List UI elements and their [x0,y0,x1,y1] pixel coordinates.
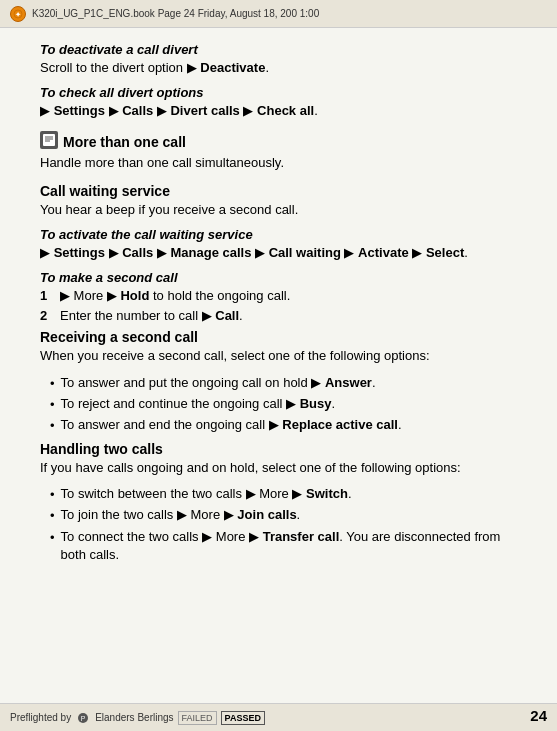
bottom-left: Preflighted by P Elanders Berlings FAILE… [10,711,265,725]
main-content: To deactivate a call divert Scroll to th… [0,28,557,703]
top-bar: ✦ K320i_UG_P1C_ENG.book Page 24 Friday, … [0,0,557,28]
handling-bullets: • To switch between the two calls ▶ More… [50,485,517,564]
circle-icon: ✦ [10,6,26,22]
hbullet-1-text: To switch between the two calls ▶ More ▶… [61,485,352,504]
svg-text:✦: ✦ [15,11,21,18]
activate-path-text: ▶ Settings ▶ Calls ▶ Manage calls ▶ Call… [40,245,468,260]
activate-heading: To activate the call waiting service [40,227,517,242]
activate-path: ▶ Settings ▶ Calls ▶ Manage calls ▶ Call… [40,244,517,262]
step-2: 2 Enter the number to call ▶ Call. [40,307,517,325]
preflighted-label: Preflighted by [10,712,71,723]
handling-heading: Handling two calls [40,441,517,457]
deactivate-arrow: ▶ [187,60,201,75]
company-text: Elanders Berlings [95,712,173,723]
company-name: P [75,711,91,723]
hbullet-3-text: To connect the two calls ▶ More ▶ Transf… [61,528,517,564]
receiving-bullets: • To answer and put the ongoing call on … [50,374,517,436]
bullet-1: • To answer and put the ongoing call on … [50,374,517,393]
call-waiting-body: You hear a beep if you receive a second … [40,201,517,219]
deactivate-action: Deactivate [200,60,265,75]
passed-badge: PASSED [221,711,265,725]
more-body: Handle more than one call simultaneously… [40,154,517,172]
bottom-bar: Preflighted by P Elanders Berlings FAILE… [0,703,557,731]
handling-body: If you have calls ongoing and on hold, s… [40,459,517,477]
hbullet-dot-3: • [50,529,55,564]
check-heading: To check all divert options [40,85,517,100]
receiving-body: When you receive a second call, select o… [40,347,517,365]
bullet-2: • To reject and continue the ongoing cal… [50,395,517,414]
bullet-1-text: To answer and put the ongoing call on ho… [61,374,376,393]
top-bar-filename: K320i_UG_P1C_ENG.book Page 24 Friday, Au… [32,8,319,19]
step-1-num: 1 [40,287,54,305]
step-1: 1 ▶ More ▶ Hold to hold the ongoing call… [40,287,517,305]
check-path-text: ▶ Settings ▶ Calls ▶ Divert calls ▶ Chec… [40,103,318,118]
deactivate-period: . [265,60,269,75]
hbullet-dot-1: • [50,486,55,504]
deactivate-body: Scroll to the divert option ▶ Deactivate… [40,59,517,77]
page-number: 24 [530,707,547,724]
page-wrapper: ✦ K320i_UG_P1C_ENG.book Page 24 Friday, … [0,0,557,731]
call-waiting-heading: Call waiting service [40,183,517,199]
hbullet-3: • To connect the two calls ▶ More ▶ Tran… [50,528,517,564]
more-heading-row: More than one call [40,128,517,152]
step-2-num: 2 [40,307,54,325]
hbullet-2: • To join the two calls ▶ More ▶ Join ca… [50,506,517,525]
bullet-dot-3: • [50,417,55,435]
hbullet-dot-2: • [50,507,55,525]
bullet-dot-1: • [50,375,55,393]
bullet-3: • To answer and end the ongoing call ▶ R… [50,416,517,435]
second-call-heading: To make a second call [40,270,517,285]
hbullet-2-text: To join the two calls ▶ More ▶ Join call… [61,506,301,525]
hbullet-1: • To switch between the two calls ▶ More… [50,485,517,504]
more-heading: More than one call [63,134,186,150]
svg-rect-2 [43,134,55,146]
step-2-text: Enter the number to call ▶ Call. [60,307,243,325]
svg-text:P: P [81,715,86,722]
bullet-2-text: To reject and continue the ongoing call … [61,395,336,414]
top-bar-left: ✦ K320i_UG_P1C_ENG.book Page 24 Friday, … [10,6,319,22]
deactivate-text: Scroll to the divert option [40,60,183,75]
receiving-heading: Receiving a second call [40,329,517,345]
failed-badge: FAILED [178,711,217,725]
step-1-text: ▶ More ▶ Hold to hold the ongoing call. [60,287,290,305]
bullet-3-text: To answer and end the ongoing call ▶ Rep… [61,416,402,435]
deactivate-heading: To deactivate a call divert [40,42,517,57]
doc-icon [40,131,58,149]
bullet-dot-2: • [50,396,55,414]
check-path: ▶ Settings ▶ Calls ▶ Divert calls ▶ Chec… [40,102,517,120]
